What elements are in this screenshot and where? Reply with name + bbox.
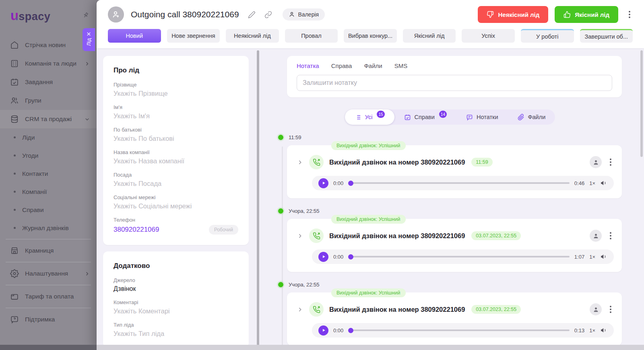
message-icon bbox=[466, 114, 473, 121]
volume-icon[interactable] bbox=[600, 253, 607, 260]
call-responsible-avatar[interactable] bbox=[590, 230, 602, 242]
sidebar-item-call-log[interactable]: Журнал дзвінків bbox=[0, 219, 97, 237]
stage-success[interactable]: Успіх bbox=[462, 29, 515, 43]
seek-track[interactable] bbox=[348, 329, 570, 331]
stage-competitor[interactable]: Вибрав конкур... bbox=[344, 29, 397, 43]
lead-slideover-tab[interactable]: Лід bbox=[83, 28, 95, 51]
stage-in-progress[interactable]: У роботі bbox=[521, 29, 574, 43]
filter-files[interactable]: Файли bbox=[508, 109, 555, 125]
timeline-group-label: Учора, 22:55 bbox=[278, 208, 622, 214]
close-icon[interactable] bbox=[86, 31, 91, 37]
seek-thumb[interactable] bbox=[348, 328, 353, 333]
call-title: Вихідний дзвінок на номер 380920221069 bbox=[329, 306, 465, 313]
user-icon bbox=[289, 11, 295, 18]
stage-pipeline: Новий Нове звернення Неякісний лід Прова… bbox=[108, 29, 633, 43]
divider bbox=[6, 239, 91, 239]
stage-new-request[interactable]: Нове звернення bbox=[167, 29, 220, 43]
sidebar-item-marketplace[interactable]: Крамниця bbox=[0, 241, 97, 260]
call-card: Вихідний дзвінок: Успішний Вихідний дзві… bbox=[287, 219, 622, 272]
seek-thumb[interactable] bbox=[348, 254, 353, 259]
good-lead-button[interactable]: Якісний лід bbox=[555, 6, 618, 23]
outgoing-call-icon bbox=[309, 155, 324, 169]
support-icon bbox=[10, 315, 19, 324]
outgoing-call-icon bbox=[309, 229, 324, 243]
calendar-icon bbox=[404, 114, 411, 121]
chevron-down-icon bbox=[84, 116, 90, 122]
field-source[interactable]: Джерело Дзвінок bbox=[114, 277, 238, 292]
note-input[interactable] bbox=[297, 75, 612, 91]
stage-good-lead[interactable]: Якісний лід bbox=[403, 29, 456, 43]
play-button[interactable] bbox=[318, 325, 328, 336]
sidebar-item-company-people[interactable]: Компанія та люди bbox=[0, 54, 97, 73]
expand-chevron-icon[interactable] bbox=[297, 233, 303, 239]
stage-finish[interactable]: Завершити об... bbox=[580, 29, 633, 43]
seek-thumb[interactable] bbox=[348, 181, 353, 186]
sidebar-item-billing[interactable]: Тариф та оплата bbox=[0, 287, 97, 306]
field-firstname[interactable]: Ім'я Укажіть Ім'я bbox=[114, 104, 238, 120]
sidebar-item-groups[interactable]: Групи bbox=[0, 91, 97, 110]
store-icon bbox=[10, 246, 19, 255]
filter-activities[interactable]: Справи 14 bbox=[394, 109, 456, 125]
filter-all[interactable]: Усі 15 bbox=[345, 109, 394, 125]
timeline-scrollbar[interactable] bbox=[640, 50, 643, 157]
field-position[interactable]: Посада Укажіть Посада bbox=[114, 172, 238, 187]
playback-speed[interactable]: 1× bbox=[589, 327, 595, 334]
expand-chevron-icon[interactable] bbox=[297, 159, 303, 166]
sidebar-item-newsfeed[interactable]: Стрічка новин bbox=[0, 36, 97, 54]
phone-number-link[interactable]: 380920221069 bbox=[114, 226, 159, 234]
call-time-pill: 11:59 bbox=[471, 158, 492, 167]
stage-fail[interactable]: Провал bbox=[285, 29, 338, 43]
stage-new[interactable]: Новий bbox=[108, 29, 161, 43]
copy-link-icon[interactable] bbox=[264, 11, 272, 19]
field-company-name[interactable]: Назва компанії Укажіть Назва компанії bbox=[114, 149, 238, 165]
call-more-menu-icon[interactable] bbox=[607, 303, 614, 315]
expand-chevron-icon[interactable] bbox=[297, 306, 303, 313]
sidebar-item-settings[interactable]: Налаштування bbox=[0, 264, 97, 283]
call-more-menu-icon[interactable] bbox=[607, 230, 614, 242]
panel-scrollbar[interactable] bbox=[257, 50, 259, 349]
play-button[interactable] bbox=[318, 178, 328, 188]
header-more-menu-icon[interactable] bbox=[626, 8, 633, 21]
seek-track[interactable] bbox=[348, 256, 570, 257]
field-lead-type[interactable]: Тип ліда Укажіть Тип ліда bbox=[114, 322, 238, 338]
pin-sidebar-icon[interactable] bbox=[82, 12, 89, 21]
tab-files[interactable]: Файли bbox=[364, 62, 382, 71]
tab-note[interactable]: Нотатка bbox=[297, 62, 319, 71]
call-duration: 1:07 bbox=[574, 254, 584, 260]
filter-notes[interactable]: Нотатки bbox=[456, 109, 508, 125]
seek-track[interactable] bbox=[348, 182, 570, 184]
tab-activity[interactable]: Справа bbox=[331, 62, 352, 71]
calendar-icon bbox=[10, 78, 19, 86]
play-button[interactable] bbox=[318, 252, 328, 262]
sidebar-item-contacts[interactable]: Контакти bbox=[0, 165, 97, 183]
bullet-icon bbox=[14, 191, 16, 193]
sidebar-item-crm[interactable]: CRM та продажі bbox=[0, 110, 97, 128]
bad-lead-button[interactable]: Неякісний лід bbox=[478, 6, 548, 23]
stage-bad-lead[interactable]: Неякісний лід bbox=[226, 29, 279, 43]
playback-speed[interactable]: 1× bbox=[589, 254, 595, 260]
sidebar-item-activities[interactable]: Справи bbox=[0, 201, 97, 219]
sidebar-item-deals[interactable]: Угоди bbox=[0, 146, 97, 165]
horizontal-scrollbar[interactable] bbox=[0, 345, 644, 350]
sidebar-item-companies[interactable]: Компанії bbox=[0, 183, 97, 201]
edit-title-icon[interactable] bbox=[248, 11, 256, 19]
assignee-chip[interactable]: Валерія bbox=[283, 8, 325, 21]
divider bbox=[6, 308, 91, 308]
field-middlename[interactable]: По батькові Укажіть По батькові bbox=[114, 127, 238, 142]
tab-sms[interactable]: SMS bbox=[394, 62, 408, 71]
call-more-menu-icon[interactable] bbox=[607, 156, 614, 168]
note-composer-card: Нотатка Справа Файли SMS bbox=[287, 56, 622, 97]
sidebar-item-tasks[interactable]: Завдання bbox=[0, 73, 97, 91]
field-comments[interactable]: Коментарі Укажіть Коментарі bbox=[114, 299, 238, 315]
call-responsible-avatar[interactable] bbox=[590, 303, 602, 315]
volume-icon[interactable] bbox=[600, 327, 607, 334]
playback-speed[interactable]: 1× bbox=[589, 180, 595, 186]
field-lastname[interactable]: Прізвище Укажіть Прізвище bbox=[114, 82, 238, 97]
wallet-icon bbox=[10, 292, 19, 301]
sidebar-item-leads[interactable]: Ліди bbox=[0, 128, 97, 146]
call-responsible-avatar[interactable] bbox=[590, 156, 602, 168]
field-social[interactable]: Соціальні мережі Укажіть Соціальні мереж… bbox=[114, 194, 238, 210]
volume-icon[interactable] bbox=[600, 179, 607, 187]
sidebar-item-support[interactable]: Підтримка bbox=[0, 310, 97, 329]
uspacy-logo[interactable]: uspacy bbox=[10, 9, 50, 23]
